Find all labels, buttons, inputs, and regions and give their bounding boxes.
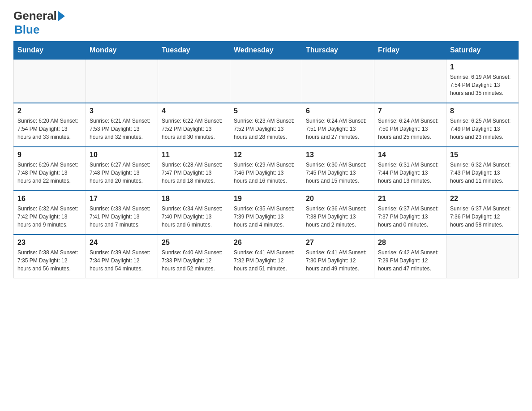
day-number: 23 (17, 239, 82, 247)
day-info: Sunrise: 6:39 AM Sunset: 7:34 PM Dayligh… (90, 248, 154, 273)
calendar-cell: 6Sunrise: 6:24 AM Sunset: 7:51 PM Daylig… (302, 103, 374, 147)
day-info: Sunrise: 6:32 AM Sunset: 7:42 PM Dayligh… (17, 205, 82, 229)
calendar-cell: 25Sunrise: 6:40 AM Sunset: 7:33 PM Dayli… (158, 235, 230, 278)
day-number: 8 (450, 107, 515, 115)
day-info: Sunrise: 6:26 AM Sunset: 7:48 PM Dayligh… (17, 161, 82, 185)
calendar-cell: 11Sunrise: 6:28 AM Sunset: 7:47 PM Dayli… (158, 147, 230, 191)
weekday-header-wednesday: Wednesday (230, 42, 302, 60)
calendar-cell: 21Sunrise: 6:37 AM Sunset: 7:37 PM Dayli… (374, 191, 446, 235)
day-info: Sunrise: 6:41 AM Sunset: 7:30 PM Dayligh… (306, 248, 370, 273)
calendar-cell (158, 59, 230, 103)
day-number: 10 (90, 151, 154, 159)
calendar-cell: 13Sunrise: 6:30 AM Sunset: 7:45 PM Dayli… (302, 147, 374, 191)
calendar-cell: 18Sunrise: 6:34 AM Sunset: 7:40 PM Dayli… (158, 191, 230, 235)
day-number: 13 (306, 151, 370, 159)
day-number: 1 (450, 63, 515, 71)
day-info: Sunrise: 6:37 AM Sunset: 7:37 PM Dayligh… (378, 205, 442, 229)
calendar-cell (86, 59, 158, 103)
day-number: 14 (378, 151, 442, 159)
calendar-cell: 3Sunrise: 6:21 AM Sunset: 7:53 PM Daylig… (86, 103, 158, 147)
calendar-cell: 19Sunrise: 6:35 AM Sunset: 7:39 PM Dayli… (230, 191, 302, 235)
week-row-1: 2Sunrise: 6:20 AM Sunset: 7:54 PM Daylig… (14, 103, 519, 147)
calendar-cell: 7Sunrise: 6:24 AM Sunset: 7:50 PM Daylig… (374, 103, 446, 147)
calendar-cell: 5Sunrise: 6:23 AM Sunset: 7:52 PM Daylig… (230, 103, 302, 147)
day-number: 2 (17, 107, 82, 115)
day-number: 20 (306, 195, 370, 203)
week-row-2: 9Sunrise: 6:26 AM Sunset: 7:48 PM Daylig… (14, 147, 519, 191)
day-number: 19 (234, 195, 298, 203)
day-info: Sunrise: 6:33 AM Sunset: 7:41 PM Dayligh… (90, 205, 154, 229)
calendar-cell: 27Sunrise: 6:41 AM Sunset: 7:30 PM Dayli… (302, 235, 374, 278)
day-number: 5 (234, 107, 298, 115)
day-number: 12 (234, 151, 298, 159)
day-info: Sunrise: 6:25 AM Sunset: 7:49 PM Dayligh… (450, 117, 515, 141)
day-info: Sunrise: 6:30 AM Sunset: 7:45 PM Dayligh… (306, 161, 370, 185)
calendar-cell: 15Sunrise: 6:32 AM Sunset: 7:43 PM Dayli… (446, 147, 519, 191)
week-row-4: 23Sunrise: 6:38 AM Sunset: 7:35 PM Dayli… (14, 235, 519, 278)
logo-text-general: General (13, 9, 57, 23)
day-number: 3 (90, 107, 154, 115)
calendar-cell: 10Sunrise: 6:27 AM Sunset: 7:48 PM Dayli… (86, 147, 158, 191)
calendar-cell (446, 235, 519, 278)
calendar-cell: 14Sunrise: 6:31 AM Sunset: 7:44 PM Dayli… (374, 147, 446, 191)
day-number: 16 (17, 195, 82, 203)
day-number: 4 (162, 107, 226, 115)
calendar-cell (14, 59, 86, 103)
day-info: Sunrise: 6:35 AM Sunset: 7:39 PM Dayligh… (234, 205, 298, 229)
weekday-header-row: SundayMondayTuesdayWednesdayThursdayFrid… (14, 42, 519, 60)
day-info: Sunrise: 6:31 AM Sunset: 7:44 PM Dayligh… (378, 161, 442, 185)
header: General Blue (13, 9, 519, 37)
calendar-cell: 26Sunrise: 6:41 AM Sunset: 7:32 PM Dayli… (230, 235, 302, 278)
calendar-cell (374, 59, 446, 103)
day-number: 15 (450, 151, 515, 159)
day-number: 7 (378, 107, 442, 115)
day-number: 25 (162, 239, 226, 247)
calendar-cell: 12Sunrise: 6:29 AM Sunset: 7:46 PM Dayli… (230, 147, 302, 191)
calendar-cell (302, 59, 374, 103)
day-number: 24 (90, 239, 154, 247)
day-number: 26 (234, 239, 298, 247)
week-row-0: 1Sunrise: 6:19 AM Sunset: 7:54 PM Daylig… (14, 59, 519, 103)
weekday-header-tuesday: Tuesday (158, 42, 230, 60)
day-info: Sunrise: 6:27 AM Sunset: 7:48 PM Dayligh… (90, 161, 154, 185)
day-number: 18 (162, 195, 226, 203)
day-info: Sunrise: 6:40 AM Sunset: 7:33 PM Dayligh… (162, 248, 226, 273)
calendar-cell: 8Sunrise: 6:25 AM Sunset: 7:49 PM Daylig… (446, 103, 519, 147)
day-info: Sunrise: 6:21 AM Sunset: 7:53 PM Dayligh… (90, 117, 154, 141)
calendar-cell: 9Sunrise: 6:26 AM Sunset: 7:48 PM Daylig… (14, 147, 86, 191)
week-row-3: 16Sunrise: 6:32 AM Sunset: 7:42 PM Dayli… (14, 191, 519, 235)
day-info: Sunrise: 6:32 AM Sunset: 7:43 PM Dayligh… (450, 161, 515, 185)
day-info: Sunrise: 6:24 AM Sunset: 7:51 PM Dayligh… (306, 117, 370, 141)
day-info: Sunrise: 6:34 AM Sunset: 7:40 PM Dayligh… (162, 205, 226, 229)
calendar-cell: 20Sunrise: 6:36 AM Sunset: 7:38 PM Dayli… (302, 191, 374, 235)
logo-triangle-icon (58, 11, 65, 21)
day-number: 27 (306, 239, 370, 247)
day-number: 28 (378, 239, 442, 247)
day-number: 6 (306, 107, 370, 115)
day-info: Sunrise: 6:22 AM Sunset: 7:52 PM Dayligh… (162, 117, 226, 141)
logo: General Blue (13, 9, 65, 37)
calendar-cell: 24Sunrise: 6:39 AM Sunset: 7:34 PM Dayli… (86, 235, 158, 278)
calendar-cell: 28Sunrise: 6:42 AM Sunset: 7:29 PM Dayli… (374, 235, 446, 278)
day-info: Sunrise: 6:29 AM Sunset: 7:46 PM Dayligh… (234, 161, 298, 185)
day-number: 21 (378, 195, 442, 203)
weekday-header-thursday: Thursday (302, 42, 374, 60)
day-number: 22 (450, 195, 515, 203)
day-number: 11 (162, 151, 226, 159)
calendar-cell: 23Sunrise: 6:38 AM Sunset: 7:35 PM Dayli… (14, 235, 86, 278)
calendar-cell: 2Sunrise: 6:20 AM Sunset: 7:54 PM Daylig… (14, 103, 86, 147)
day-number: 17 (90, 195, 154, 203)
calendar-cell: 4Sunrise: 6:22 AM Sunset: 7:52 PM Daylig… (158, 103, 230, 147)
calendar-cell: 16Sunrise: 6:32 AM Sunset: 7:42 PM Dayli… (14, 191, 86, 235)
weekday-header-saturday: Saturday (446, 42, 519, 60)
day-info: Sunrise: 6:37 AM Sunset: 7:36 PM Dayligh… (450, 205, 515, 229)
day-number: 9 (17, 151, 82, 159)
day-info: Sunrise: 6:42 AM Sunset: 7:29 PM Dayligh… (378, 248, 442, 273)
day-info: Sunrise: 6:38 AM Sunset: 7:35 PM Dayligh… (17, 248, 82, 273)
calendar-cell (230, 59, 302, 103)
day-info: Sunrise: 6:20 AM Sunset: 7:54 PM Dayligh… (17, 117, 82, 141)
logo-text-blue: Blue (14, 23, 39, 37)
weekday-header-friday: Friday (374, 42, 446, 60)
day-info: Sunrise: 6:24 AM Sunset: 7:50 PM Dayligh… (378, 117, 442, 141)
calendar-cell: 22Sunrise: 6:37 AM Sunset: 7:36 PM Dayli… (446, 191, 519, 235)
